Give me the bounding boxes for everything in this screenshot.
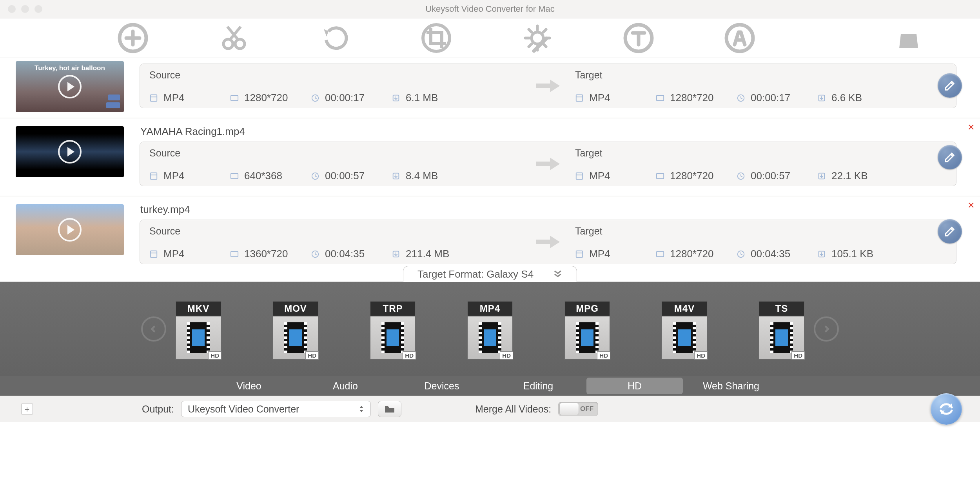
cut-icon[interactable] xyxy=(219,20,249,56)
video-row: ✕ YAMAHA Racing1.mp4 Source MP4 640*368 … xyxy=(0,118,980,196)
arrow-icon xyxy=(530,64,566,108)
format-item-mkv[interactable]: MKVHD xyxy=(175,301,221,357)
source-size: 6.1 MB xyxy=(406,92,438,104)
target-heading: Target xyxy=(575,69,947,81)
svg-rect-26 xyxy=(576,95,583,101)
video-thumbnail[interactable] xyxy=(16,204,124,255)
svg-rect-52 xyxy=(576,251,583,257)
open-folder-button[interactable] xyxy=(378,401,401,417)
crop-icon[interactable] xyxy=(421,20,452,56)
svg-rect-22 xyxy=(231,95,238,100)
remove-icon[interactable]: ✕ xyxy=(967,122,975,133)
merge-toggle[interactable]: OFF xyxy=(558,402,598,416)
svg-point-7 xyxy=(423,25,450,51)
svg-line-15 xyxy=(529,44,532,47)
svg-rect-20 xyxy=(151,95,157,101)
edit-button[interactable] xyxy=(938,145,962,169)
play-icon[interactable] xyxy=(58,218,82,242)
svg-rect-33 xyxy=(151,173,157,179)
tab-editing[interactable]: Editing xyxy=(490,376,586,396)
tab-hd[interactable]: HD xyxy=(586,378,683,394)
tab-video[interactable]: Video xyxy=(201,376,297,396)
output-label: Output: xyxy=(142,403,174,415)
source-heading: Source xyxy=(149,147,521,159)
svg-rect-39 xyxy=(576,173,583,179)
format-item-ts[interactable]: TSHD xyxy=(759,301,805,357)
edit-button[interactable] xyxy=(938,219,962,244)
rotate-icon[interactable] xyxy=(320,20,350,56)
svg-rect-35 xyxy=(231,173,238,178)
tab-web-sharing[interactable]: Web Sharing xyxy=(683,376,779,396)
format-carousel: MKVHDMOVHDTRPHDMP4HDMPGHDM4VHDTSHD xyxy=(0,282,980,376)
target-heading: Target xyxy=(575,225,947,237)
source-heading: Source xyxy=(149,69,521,81)
output-folder-select[interactable]: Ukeysoft Video Converter xyxy=(181,401,371,417)
watermark-icon[interactable] xyxy=(724,20,755,56)
output-folder-value: Ukeysoft Video Converter xyxy=(188,403,299,415)
svg-line-16 xyxy=(543,29,546,32)
svg-rect-54 xyxy=(657,251,664,256)
video-filename: turkey.mp4 xyxy=(140,196,956,220)
play-icon[interactable] xyxy=(58,140,82,164)
video-list: Turkey, hot air balloon Source MP4 1280*… xyxy=(0,58,980,266)
format-category-tabs: VideoAudioDevicesEditingHDWeb Sharing xyxy=(0,376,980,396)
shop-icon[interactable] xyxy=(896,20,921,56)
video-thumbnail[interactable]: Turkey, hot air balloon xyxy=(16,61,124,112)
svg-marker-60 xyxy=(359,410,363,412)
carousel-prev-icon[interactable] xyxy=(141,316,166,342)
format-item-mp4[interactable]: MP4HD xyxy=(467,301,513,357)
svg-marker-59 xyxy=(359,406,363,408)
effects-icon[interactable] xyxy=(522,20,553,56)
arrow-icon xyxy=(530,142,566,186)
video-row: ✕ turkey.mp4 Source MP4 1360*720 00:04:3… xyxy=(0,196,980,266)
source-resolution: 1280*720 xyxy=(244,92,288,104)
svg-line-13 xyxy=(529,29,532,32)
target-format-label: Target Format: Galaxy S4 xyxy=(417,268,534,280)
video-filename: YAMAHA Racing1.mp4 xyxy=(140,118,956,142)
play-icon[interactable] xyxy=(58,75,82,98)
target-format: MP4 xyxy=(589,92,610,104)
thumbnail-caption: Turkey, hot air balloon xyxy=(16,64,124,72)
video-info-card: Source MP4 1280*720 00:00:17 6.1 MB Targ… xyxy=(140,64,956,108)
add-small-button[interactable]: ＋ xyxy=(21,403,33,415)
target-duration: 00:00:17 xyxy=(751,92,790,104)
titlebar: Ukeysoft Video Converter for Mac xyxy=(0,0,980,18)
carousel-next-icon[interactable] xyxy=(814,316,839,342)
chevron-double-down-icon xyxy=(553,268,563,280)
svg-rect-48 xyxy=(231,251,238,256)
footer-bar: ＋ Output: Ukeysoft Video Converter Merge… xyxy=(0,396,980,422)
svg-point-4 xyxy=(235,39,245,49)
format-item-m4v[interactable]: M4VHD xyxy=(661,301,708,357)
arrow-icon xyxy=(530,220,566,264)
target-heading: Target xyxy=(575,147,947,159)
source-heading: Source xyxy=(149,225,521,237)
source-format: MP4 xyxy=(163,92,184,104)
main-toolbar xyxy=(0,18,980,58)
video-info-card: Source MP4 1360*720 00:04:35 211.4 MB Ta… xyxy=(140,220,956,264)
format-item-mpg[interactable]: MPGHD xyxy=(564,301,610,357)
merge-label: Merge All Videos: xyxy=(475,403,551,415)
video-thumbnail[interactable] xyxy=(16,126,124,177)
svg-rect-28 xyxy=(657,95,664,100)
svg-line-14 xyxy=(543,44,546,47)
tab-devices[interactable]: Devices xyxy=(394,376,490,396)
target-resolution: 1280*720 xyxy=(670,92,713,104)
svg-point-3 xyxy=(223,39,233,49)
format-item-mov[interactable]: MOVHD xyxy=(272,301,319,357)
svg-rect-41 xyxy=(657,173,664,178)
target-size: 6.6 KB xyxy=(831,92,862,104)
target-format-bar: Target Format: Galaxy S4 xyxy=(0,266,980,282)
edit-button[interactable] xyxy=(938,73,962,98)
target-format-dropdown[interactable]: Target Format: Galaxy S4 xyxy=(403,266,577,282)
svg-point-19 xyxy=(726,25,753,51)
video-row: Turkey, hot air balloon Source MP4 1280*… xyxy=(0,58,980,118)
convert-button[interactable] xyxy=(931,393,962,425)
add-file-icon[interactable] xyxy=(118,20,148,56)
tab-audio[interactable]: Audio xyxy=(297,376,394,396)
video-info-card: Source MP4 640*368 00:00:57 8.4 MB Targe… xyxy=(140,142,956,186)
subtitle-text-icon[interactable] xyxy=(623,20,654,56)
source-duration: 00:00:17 xyxy=(325,92,365,104)
format-item-trp[interactable]: TRPHD xyxy=(370,301,416,357)
svg-rect-46 xyxy=(151,251,157,257)
remove-icon[interactable]: ✕ xyxy=(967,200,975,211)
